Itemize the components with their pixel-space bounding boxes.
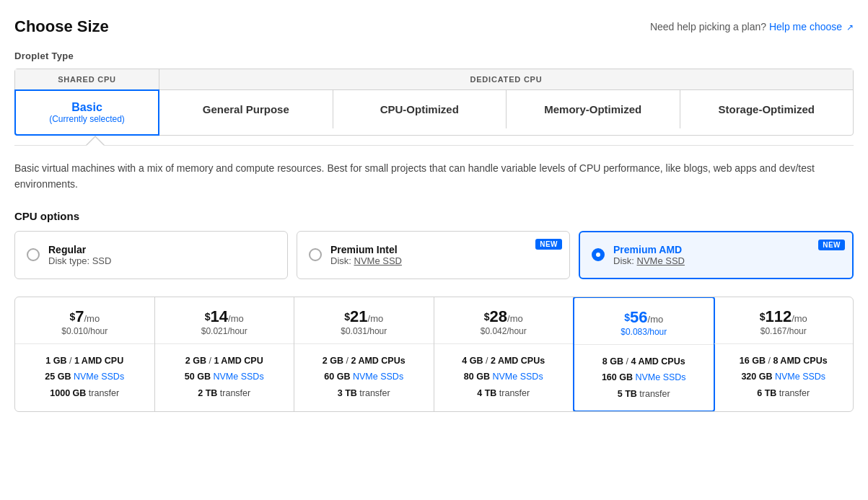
page-title: Choose Size: [14, 17, 109, 36]
dedicated-cpu-options: General Purpose CPU-Optimized Memory-Opt…: [159, 90, 853, 128]
shared-cpu-header: SHARED CPU: [15, 69, 159, 90]
premium-amd-option-name: Premium AMD: [613, 244, 685, 255]
price-hourly-21: $0.031/hour: [303, 326, 425, 336]
divider: [14, 145, 854, 146]
price-amount-28: $28/mo: [443, 307, 565, 326]
price-amount-21: $21/mo: [303, 307, 425, 326]
price-specs-28: 4 GB / 2 AMD CPUs 80 GB NVMe SSDs 4 TB t…: [434, 344, 574, 411]
premium-intel-new-badge: NEW: [535, 239, 562, 250]
price-card-14[interactable]: $14/mo $0.021/hour 2 GB / 1 AMD CPU 50 G…: [155, 297, 295, 412]
price-card-112[interactable]: $112/mo $0.167/hour 16 GB / 8 AMD CPUs 3…: [714, 297, 854, 412]
premium-amd-new-badge: NEW: [818, 240, 845, 250]
memory-optimized-option[interactable]: Memory-Optimized: [507, 90, 680, 128]
price-hourly-7: $0.010/hour: [24, 326, 146, 336]
price-specs-56: 8 GB / 4 AMD CPUs 160 GB NVMe SSDs 5 TB …: [574, 345, 714, 411]
premium-intel-radio: [309, 248, 322, 261]
price-amount-56: $56/mo: [583, 308, 705, 327]
droplet-type-label: Droplet Type: [14, 51, 854, 61]
premium-intel-disk-type: Disk: NVMe SSD: [330, 255, 402, 266]
price-card-7[interactable]: $7/mo $0.010/hour 1 GB / 1 AMD CPU 25 GB…: [15, 297, 155, 412]
basic-option-name: Basic: [30, 101, 144, 114]
premium-amd-radio: [592, 248, 605, 261]
dedicated-cpu-header: DEDICATED CPU: [159, 69, 853, 90]
price-hourly-56: $0.083/hour: [583, 327, 705, 337]
help-me-choose-link[interactable]: Help me choose ↗: [769, 21, 854, 32]
price-amount-112: $112/mo: [723, 307, 845, 326]
price-hourly-28: $0.042/hour: [443, 326, 565, 336]
droplet-type-container: SHARED CPU Basic (Currently selected) DE…: [14, 69, 854, 136]
external-link-icon: ↗: [846, 22, 854, 32]
storage-optimized-option[interactable]: Storage-Optimized: [680, 90, 854, 128]
price-amount-14: $14/mo: [164, 307, 286, 326]
regular-disk-type: Disk type: SSD: [48, 255, 111, 266]
premium-amd-disk-type: Disk: NVMe SSD: [613, 255, 685, 266]
cpu-options-grid: Regular Disk type: SSD Premium Intel Dis…: [14, 231, 854, 279]
price-hourly-112: $0.167/hour: [723, 326, 845, 336]
dedicated-cpu-section: DEDICATED CPU General Purpose CPU-Optimi…: [159, 69, 853, 135]
price-card-28[interactable]: $28/mo $0.042/hour 4 GB / 2 AMD CPUs 80 …: [434, 297, 574, 412]
cpu-options-label: CPU options: [14, 210, 854, 222]
price-specs-112: 16 GB / 8 AMD CPUs 320 GB NVMe SSDs 6 TB…: [714, 344, 854, 411]
pricing-grid: $7/mo $0.010/hour 1 GB / 1 AMD CPU 25 GB…: [14, 297, 854, 413]
price-specs-21: 2 GB / 2 AMD CPUs 60 GB NVMe SSDs 3 TB t…: [294, 344, 434, 411]
premium-intel-option-name: Premium Intel: [330, 244, 402, 255]
regular-cpu-option[interactable]: Regular Disk type: SSD: [14, 231, 288, 279]
general-purpose-option[interactable]: General Purpose: [159, 90, 333, 128]
shared-cpu-section: SHARED CPU Basic (Currently selected): [15, 69, 159, 135]
price-hourly-14: $0.021/hour: [164, 326, 286, 336]
page-header: Choose Size Need help picking a plan? He…: [14, 17, 854, 36]
shared-cpu-basic-option[interactable]: Basic (Currently selected): [14, 89, 159, 136]
help-text: Need help picking a plan? Help me choose…: [650, 21, 854, 32]
price-amount-7: $7/mo: [24, 307, 146, 326]
regular-option-name: Regular: [48, 244, 111, 255]
price-specs-7: 1 GB / 1 AMD CPU 25 GB NVMe SSDs 1000 GB…: [15, 344, 154, 411]
price-card-56[interactable]: $56/mo $0.083/hour 8 GB / 4 AMD CPUs 160…: [573, 297, 715, 413]
basic-option-status: (Currently selected): [30, 114, 144, 124]
premium-intel-cpu-option[interactable]: Premium Intel Disk: NVMe SSD NEW: [297, 231, 570, 279]
price-specs-14: 2 GB / 1 AMD CPU 50 GB NVMe SSDs 2 TB tr…: [155, 344, 294, 411]
premium-amd-cpu-option[interactable]: Premium AMD Disk: NVMe SSD NEW: [579, 231, 854, 279]
cpu-optimized-option[interactable]: CPU-Optimized: [333, 90, 507, 128]
description-text: Basic virtual machines with a mix of mem…: [14, 160, 854, 193]
regular-radio: [27, 248, 40, 261]
price-card-21[interactable]: $21/mo $0.031/hour 2 GB / 2 AMD CPUs 60 …: [294, 297, 434, 412]
